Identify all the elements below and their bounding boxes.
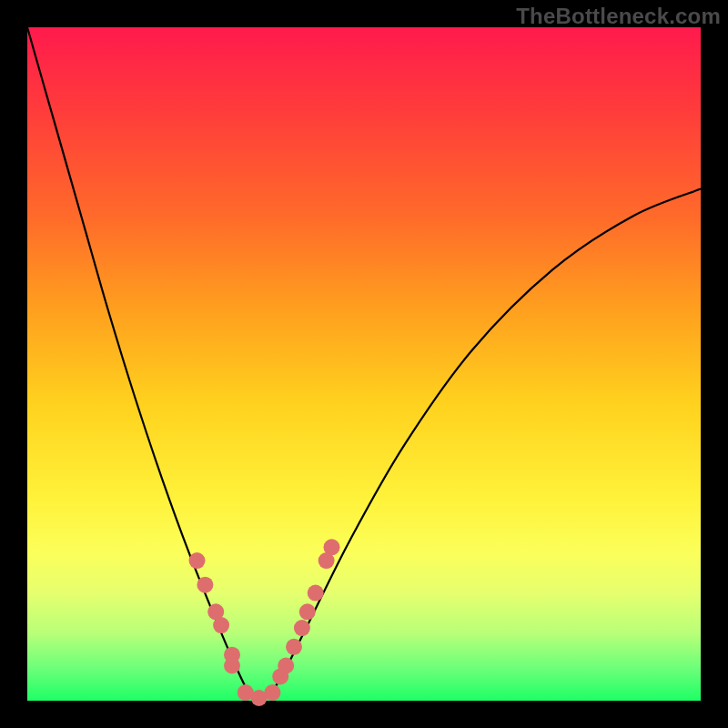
curve-dot: [294, 620, 310, 636]
curve-dot: [278, 658, 294, 674]
curve-dot: [224, 658, 240, 674]
curve-dot: [264, 684, 280, 701]
watermark-text: TheBottleneck.com: [516, 4, 721, 29]
curve-dot: [299, 603, 316, 620]
plot-area: [27, 27, 701, 701]
curve-dot: [213, 617, 229, 633]
curve-dot: [197, 577, 213, 593]
curve-dots-group: [189, 539, 340, 706]
curve-dot: [189, 552, 206, 569]
chart-svg: [27, 27, 701, 701]
bottleneck-curve: [27, 27, 701, 701]
curve-dot: [286, 639, 302, 655]
curve-dot: [324, 539, 340, 555]
curve-dot: [308, 585, 324, 602]
chart-stage: TheBottleneck.com: [0, 0, 728, 728]
